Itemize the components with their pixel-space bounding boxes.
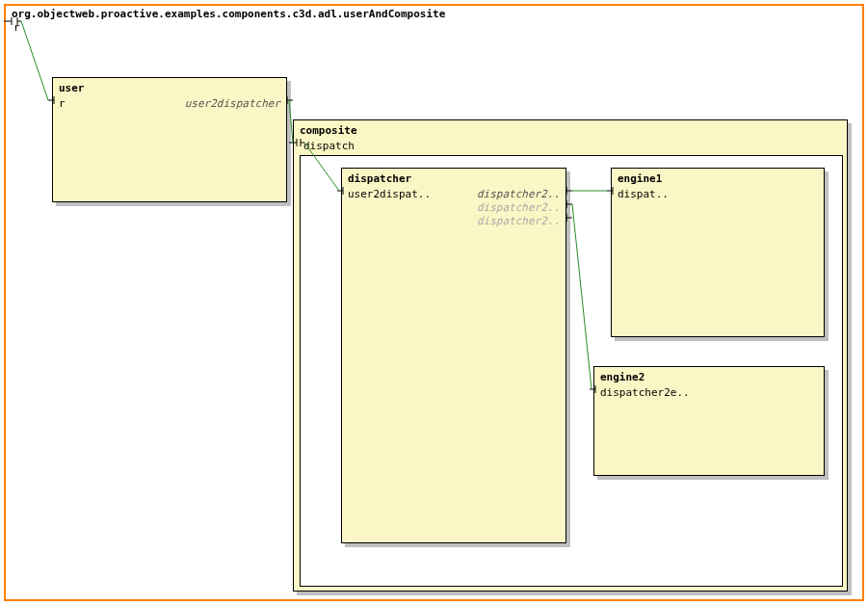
engine1-component[interactable]: engine1 dispat.. [611,168,825,337]
root-title: org.objectweb.proactive.examples.compone… [12,8,445,20]
engine1-port-left: dispat.. [618,188,669,200]
dispatcher-port-r3: dispatcher2.. [477,215,560,227]
dispatcher-component[interactable]: dispatcher user2dispat.. dispatcher2.. d… [341,168,566,543]
user-component[interactable]: user r user2dispatcher [52,77,287,202]
composite-port-dispatch: dispatch [303,140,355,152]
engine1-name: engine1 [618,172,662,185]
dispatcher-port-r2: dispatcher2.. [477,201,560,214]
root-port-r: r [13,21,20,34]
engine2-port-left: dispatcher2e.. [600,386,690,399]
dispatcher-name: dispatcher [348,172,411,185]
composite-name: composite [300,124,357,137]
user-port-user2dispatcher: user2dispatcher [185,97,280,110]
engine2-name: engine2 [600,371,644,383]
engine2-component[interactable]: engine2 dispatcher2e.. [593,366,825,476]
user-name: user [59,82,85,94]
user-port-r: r [59,97,66,110]
dispatcher-port-left: user2dispat.. [348,188,431,200]
dispatcher-port-r1: dispatcher2.. [477,188,560,200]
